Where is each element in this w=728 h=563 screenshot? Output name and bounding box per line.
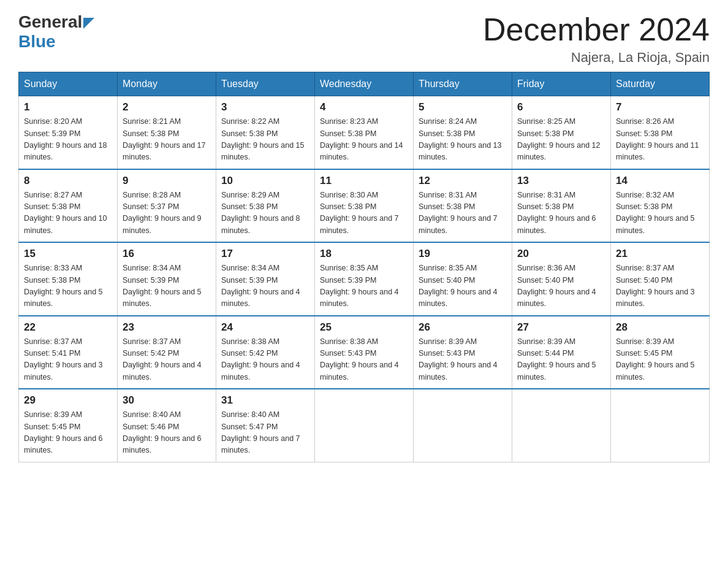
- calendar-cell: 28 Sunrise: 8:39 AMSunset: 5:45 PMDaylig…: [611, 316, 710, 389]
- day-info: Sunrise: 8:26 AMSunset: 5:38 PMDaylight:…: [616, 117, 699, 161]
- day-number: 2: [123, 101, 211, 113]
- day-info: Sunrise: 8:23 AMSunset: 5:38 PMDaylight:…: [320, 117, 403, 161]
- calendar-cell: [512, 389, 611, 462]
- day-number: 20: [517, 248, 605, 260]
- day-info: Sunrise: 8:39 AMSunset: 5:45 PMDaylight:…: [24, 410, 103, 454]
- day-info: Sunrise: 8:32 AMSunset: 5:38 PMDaylight:…: [616, 191, 695, 235]
- calendar-cell: 6 Sunrise: 8:25 AMSunset: 5:38 PMDayligh…: [512, 96, 611, 169]
- calendar-table: SundayMondayTuesdayWednesdayThursdayFrid…: [18, 72, 710, 462]
- day-info: Sunrise: 8:40 AMSunset: 5:46 PMDaylight:…: [123, 410, 202, 454]
- logo-blue-text: Blue: [18, 32, 56, 51]
- day-info: Sunrise: 8:28 AMSunset: 5:37 PMDaylight:…: [123, 191, 202, 235]
- day-info: Sunrise: 8:24 AMSunset: 5:38 PMDaylight:…: [419, 117, 502, 161]
- calendar-cell: 19 Sunrise: 8:35 AMSunset: 5:40 PMDaylig…: [414, 242, 512, 316]
- calendar-cell: 26 Sunrise: 8:39 AMSunset: 5:43 PMDaylig…: [414, 316, 512, 389]
- day-number: 26: [419, 321, 507, 334]
- calendar-cell: 24 Sunrise: 8:38 AMSunset: 5:42 PMDaylig…: [216, 316, 315, 389]
- day-info: Sunrise: 8:34 AMSunset: 5:39 PMDaylight:…: [221, 264, 300, 308]
- day-info: Sunrise: 8:22 AMSunset: 5:38 PMDaylight:…: [221, 117, 305, 161]
- calendar-header-thursday: Thursday: [414, 72, 512, 96]
- day-info: Sunrise: 8:40 AMSunset: 5:47 PMDaylight:…: [221, 410, 300, 454]
- calendar-cell: 13 Sunrise: 8:31 AMSunset: 5:38 PMDaylig…: [512, 169, 611, 243]
- calendar-week-row: 22 Sunrise: 8:37 AMSunset: 5:41 PMDaylig…: [19, 316, 710, 389]
- day-info: Sunrise: 8:37 AMSunset: 5:41 PMDaylight:…: [24, 337, 103, 381]
- calendar-cell: 2 Sunrise: 8:21 AMSunset: 5:38 PMDayligh…: [118, 96, 216, 169]
- day-number: 24: [221, 321, 309, 334]
- calendar-week-row: 1 Sunrise: 8:20 AMSunset: 5:39 PMDayligh…: [19, 96, 710, 169]
- day-number: 27: [517, 321, 605, 334]
- calendar-cell: 10 Sunrise: 8:29 AMSunset: 5:38 PMDaylig…: [216, 169, 315, 243]
- calendar-week-row: 29 Sunrise: 8:39 AMSunset: 5:45 PMDaylig…: [19, 389, 710, 462]
- calendar-cell: 29 Sunrise: 8:39 AMSunset: 5:45 PMDaylig…: [19, 389, 118, 462]
- calendar-cell: 27 Sunrise: 8:39 AMSunset: 5:44 PMDaylig…: [512, 316, 611, 389]
- calendar-cell: 15 Sunrise: 8:33 AMSunset: 5:38 PMDaylig…: [19, 242, 118, 316]
- calendar-header-wednesday: Wednesday: [315, 72, 414, 96]
- day-number: 13: [517, 175, 605, 187]
- calendar-cell: 21 Sunrise: 8:37 AMSunset: 5:40 PMDaylig…: [611, 242, 710, 316]
- day-info: Sunrise: 8:33 AMSunset: 5:38 PMDaylight:…: [24, 264, 103, 308]
- page-subtitle: Najera, La Rioja, Spain: [483, 50, 710, 66]
- calendar-cell: 16 Sunrise: 8:34 AMSunset: 5:39 PMDaylig…: [118, 242, 216, 316]
- calendar-week-row: 8 Sunrise: 8:27 AMSunset: 5:38 PMDayligh…: [19, 169, 710, 243]
- day-number: 17: [221, 248, 309, 260]
- calendar-cell: 8 Sunrise: 8:27 AMSunset: 5:38 PMDayligh…: [19, 169, 118, 243]
- calendar-cell: 12 Sunrise: 8:31 AMSunset: 5:38 PMDaylig…: [414, 169, 512, 243]
- day-info: Sunrise: 8:39 AMSunset: 5:45 PMDaylight:…: [616, 337, 695, 381]
- day-info: Sunrise: 8:34 AMSunset: 5:39 PMDaylight:…: [123, 264, 202, 308]
- day-number: 6: [517, 101, 605, 113]
- day-info: Sunrise: 8:37 AMSunset: 5:42 PMDaylight:…: [123, 337, 202, 381]
- day-number: 16: [123, 248, 211, 260]
- day-number: 14: [616, 175, 704, 187]
- day-info: Sunrise: 8:35 AMSunset: 5:40 PMDaylight:…: [419, 264, 498, 308]
- day-info: Sunrise: 8:39 AMSunset: 5:44 PMDaylight:…: [517, 337, 596, 381]
- calendar-cell: 9 Sunrise: 8:28 AMSunset: 5:37 PMDayligh…: [118, 169, 216, 243]
- day-number: 4: [320, 101, 408, 113]
- calendar-week-row: 15 Sunrise: 8:33 AMSunset: 5:38 PMDaylig…: [19, 242, 710, 316]
- day-info: Sunrise: 8:21 AMSunset: 5:38 PMDaylight:…: [123, 117, 206, 161]
- day-number: 19: [419, 248, 507, 260]
- title-block: December 2024 Najera, La Rioja, Spain: [483, 12, 710, 66]
- day-number: 3: [221, 101, 309, 113]
- day-number: 30: [123, 394, 211, 407]
- day-info: Sunrise: 8:30 AMSunset: 5:38 PMDaylight:…: [320, 191, 399, 235]
- day-number: 5: [419, 101, 507, 113]
- day-number: 25: [320, 321, 408, 334]
- calendar-header-tuesday: Tuesday: [216, 72, 315, 96]
- day-info: Sunrise: 8:20 AMSunset: 5:39 PMDaylight:…: [24, 117, 107, 161]
- svg-marker-0: [83, 18, 94, 29]
- day-info: Sunrise: 8:38 AMSunset: 5:43 PMDaylight:…: [320, 337, 399, 381]
- day-number: 12: [419, 175, 507, 187]
- calendar-header-row: SundayMondayTuesdayWednesdayThursdayFrid…: [19, 72, 710, 96]
- calendar-cell: 11 Sunrise: 8:30 AMSunset: 5:38 PMDaylig…: [315, 169, 414, 243]
- day-info: Sunrise: 8:25 AMSunset: 5:38 PMDaylight:…: [517, 117, 601, 161]
- day-number: 29: [24, 394, 112, 407]
- calendar-cell: 25 Sunrise: 8:38 AMSunset: 5:43 PMDaylig…: [315, 316, 414, 389]
- calendar-header-monday: Monday: [118, 72, 216, 96]
- calendar-cell: 31 Sunrise: 8:40 AMSunset: 5:47 PMDaylig…: [216, 389, 315, 462]
- page-title: December 2024: [483, 12, 710, 47]
- logo-general-text: General: [18, 12, 82, 32]
- calendar-cell: 3 Sunrise: 8:22 AMSunset: 5:38 PMDayligh…: [216, 96, 315, 169]
- calendar-cell: 4 Sunrise: 8:23 AMSunset: 5:38 PMDayligh…: [315, 96, 414, 169]
- logo-arrow-icon: [83, 18, 94, 29]
- calendar-cell: [611, 389, 710, 462]
- calendar-header-saturday: Saturday: [611, 72, 710, 96]
- day-info: Sunrise: 8:29 AMSunset: 5:38 PMDaylight:…: [221, 191, 300, 235]
- calendar-cell: 18 Sunrise: 8:35 AMSunset: 5:39 PMDaylig…: [315, 242, 414, 316]
- day-number: 31: [221, 394, 309, 407]
- calendar-cell: 17 Sunrise: 8:34 AMSunset: 5:39 PMDaylig…: [216, 242, 315, 316]
- day-info: Sunrise: 8:36 AMSunset: 5:40 PMDaylight:…: [517, 264, 596, 308]
- day-info: Sunrise: 8:39 AMSunset: 5:43 PMDaylight:…: [419, 337, 498, 381]
- day-number: 18: [320, 248, 408, 260]
- day-info: Sunrise: 8:27 AMSunset: 5:38 PMDaylight:…: [24, 191, 107, 235]
- calendar-cell: 14 Sunrise: 8:32 AMSunset: 5:38 PMDaylig…: [611, 169, 710, 243]
- day-number: 10: [221, 175, 309, 187]
- calendar-cell: 7 Sunrise: 8:26 AMSunset: 5:38 PMDayligh…: [611, 96, 710, 169]
- calendar-header-friday: Friday: [512, 72, 611, 96]
- day-number: 21: [616, 248, 704, 260]
- calendar-header-sunday: Sunday: [19, 72, 118, 96]
- day-number: 23: [123, 321, 211, 334]
- calendar-cell: 5 Sunrise: 8:24 AMSunset: 5:38 PMDayligh…: [414, 96, 512, 169]
- calendar-cell: [315, 389, 414, 462]
- day-number: 7: [616, 101, 704, 113]
